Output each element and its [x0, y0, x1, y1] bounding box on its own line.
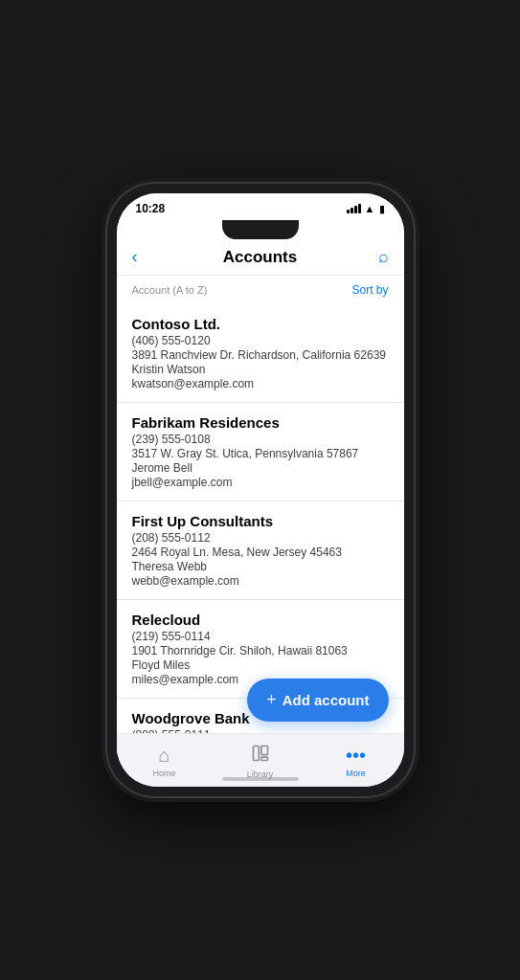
tab-library[interactable]: Library	[213, 744, 308, 779]
sort-by-button[interactable]: Sort by	[351, 283, 388, 297]
svg-rect-0	[253, 746, 259, 761]
status-bar: 10:28 ▲ ▮	[117, 193, 404, 220]
home-icon: ⌂	[158, 745, 170, 767]
header: ‹ Accounts ⌕	[117, 235, 404, 276]
tab-more-label: More	[346, 768, 366, 778]
status-time: 10:28	[136, 202, 166, 215]
more-icon: •••	[346, 745, 366, 767]
account-email: jbell@example.com	[132, 476, 389, 489]
library-icon	[251, 744, 270, 768]
phone-screen: 10:28 ▲ ▮ ‹ Accounts ⌕	[117, 193, 404, 787]
phone-shell: 10:28 ▲ ▮ ‹ Accounts ⌕	[107, 184, 414, 796]
tab-more[interactable]: ••• More	[308, 745, 404, 778]
app-content: ‹ Accounts ⌕ Account (A to Z) Sort by Co…	[117, 220, 404, 787]
account-name: First Up Consultants	[132, 513, 389, 529]
account-address: 2464 Royal Ln. Mesa, New Jersey 45463	[132, 546, 389, 559]
back-button[interactable]: ‹	[132, 247, 161, 267]
account-name: Contoso Ltd.	[132, 316, 389, 332]
sort-label: Account (A to Z)	[132, 284, 208, 296]
account-phone: (406) 555-0120	[132, 334, 389, 347]
account-item-contoso[interactable]: Contoso Ltd. (406) 555-0120 3891 Ranchvi…	[117, 304, 404, 403]
account-contact: Floyd Miles	[132, 658, 389, 672]
accounts-list: Contoso Ltd. (406) 555-0120 3891 Ranchvi…	[117, 304, 404, 733]
tab-home-label: Home	[152, 768, 175, 778]
wifi-icon: ▲	[365, 203, 375, 214]
sort-bar: Account (A to Z) Sort by	[117, 276, 404, 304]
account-email: webb@example.com	[132, 574, 389, 588]
add-account-button[interactable]: + Add account	[247, 679, 388, 722]
signal-bars-icon	[347, 204, 361, 213]
account-contact: Jerome Bell	[132, 461, 389, 475]
account-contact: Theresa Webb	[132, 560, 389, 573]
account-phone: (219) 555-0114	[132, 630, 389, 643]
home-indicator	[222, 777, 299, 781]
tab-home[interactable]: ⌂ Home	[117, 745, 213, 778]
status-icons: ▲ ▮	[347, 203, 385, 215]
add-account-label: Add account	[283, 692, 370, 708]
account-name: Fabrikam Residences	[132, 414, 389, 431]
account-email: kwatson@example.com	[132, 377, 389, 390]
account-item-fabrikam[interactable]: Fabrikam Residences (239) 555-0108 3517 …	[117, 403, 404, 501]
account-address: 1901 Thornridge Cir. Shiloh, Hawaii 8106…	[132, 644, 389, 657]
account-phone: (208) 555-0112	[132, 531, 389, 545]
battery-icon: ▮	[379, 203, 385, 215]
account-phone: (239) 555-0108	[132, 433, 389, 446]
account-contact: Kristin Watson	[132, 363, 389, 376]
account-address: 3891 Ranchview Dr. Richardson, Californi…	[132, 348, 389, 362]
plus-icon: +	[266, 690, 277, 710]
notch	[222, 220, 299, 239]
page-title: Accounts	[161, 248, 360, 267]
svg-rect-1	[260, 746, 267, 755]
account-name: Relecloud	[132, 612, 389, 628]
search-button[interactable]: ⌕	[360, 247, 389, 267]
account-address: 3517 W. Gray St. Utica, Pennsylvania 578…	[132, 447, 389, 460]
svg-rect-2	[260, 757, 267, 760]
account-item-firstup[interactable]: First Up Consultants (208) 555-0112 2464…	[117, 501, 404, 600]
